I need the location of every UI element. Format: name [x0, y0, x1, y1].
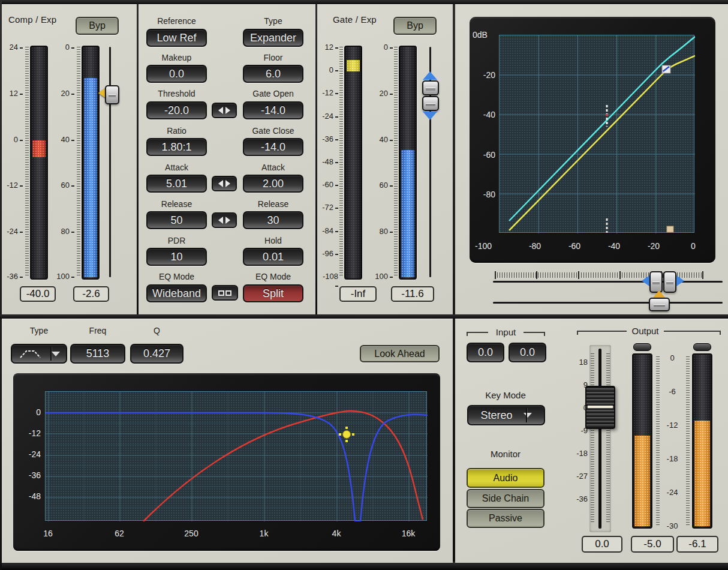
- ruler-major-tick: [702, 271, 703, 279]
- eq-point-ray: [339, 433, 341, 436]
- comp-release-value-button[interactable]: 50: [146, 211, 207, 229]
- transfer-plot[interactable]: [499, 35, 694, 233]
- monitor-passive-button[interactable]: Passive: [467, 509, 545, 528]
- comp-attack-value-button[interactable]: 5.01: [146, 175, 207, 193]
- gate-left-tick: -24: [318, 112, 338, 121]
- transfer-x-tick: -20: [637, 241, 670, 251]
- threshold-link-button[interactable]: [212, 103, 237, 118]
- dropdown-separator: [526, 408, 527, 422]
- threshold-value-button[interactable]: -20.0: [146, 101, 207, 119]
- gate-bypass-button[interactable]: Byp: [393, 17, 437, 35]
- eq-point-ray: [345, 427, 348, 429]
- gate-open-horizontal-handle[interactable]: [649, 271, 663, 293]
- param-label: Hold: [243, 236, 303, 245]
- param-label: Release: [243, 199, 303, 209]
- eq-freq-value-button[interactable]: 5113: [70, 344, 125, 364]
- split-rect-icon: [218, 290, 224, 296]
- transfer-y-tick: -40: [471, 110, 495, 119]
- gate-close-slider-handle[interactable]: [422, 96, 439, 111]
- eq-q-label: Q: [130, 326, 183, 335]
- comp-right-tick: 80: [55, 227, 74, 236]
- c1-plugin-window: Comp / Exp Byp 24 12 0 -12 -24 -36 0 20 …: [0, 0, 728, 570]
- eq-mode-split-button[interactable]: Split: [243, 284, 303, 302]
- output-fader-handle[interactable]: [585, 386, 615, 429]
- output-scale-tick: -12: [662, 421, 682, 430]
- floor-value-button[interactable]: 6.0: [243, 65, 303, 83]
- comp-threshold-slider-handle[interactable]: [105, 85, 119, 104]
- range-left-arrow-icon: [642, 275, 649, 286]
- gate-level-meter: [344, 46, 362, 280]
- gate-close-value-button[interactable]: -14.0: [243, 138, 303, 156]
- meter-right-peak-cap[interactable]: [693, 343, 711, 351]
- param-label: Type: [243, 16, 303, 26]
- output-fader-track[interactable]: [598, 349, 601, 529]
- eq-plot[interactable]: [45, 391, 427, 521]
- eq-point-dot: [342, 430, 351, 439]
- param-label: Reference: [146, 16, 207, 26]
- gate-attack-value-button[interactable]: 2.00: [243, 175, 303, 193]
- release-link-button[interactable]: [212, 212, 237, 228]
- transfer-origin-label: 0dB: [473, 30, 488, 40]
- param-label: Floor: [243, 53, 303, 62]
- makeup-value-button[interactable]: 0.0: [146, 65, 207, 83]
- reference-value-button[interactable]: Low Ref: [146, 29, 207, 47]
- param-label: Attack: [146, 163, 207, 172]
- eq-mode-split-icon-button[interactable]: [212, 285, 238, 301]
- chevron-down-icon: [52, 352, 60, 356]
- transfer-x-tick: 0: [676, 241, 710, 251]
- eq-grid-minor: [46, 392, 428, 521]
- ratio-value-button[interactable]: 1.80:1: [146, 138, 207, 156]
- ruler-major-tick: [578, 271, 579, 279]
- gate-left-meter-readout: -Inf: [339, 286, 377, 302]
- eq-type-dropdown[interactable]: [11, 344, 67, 364]
- gate-right-tick: 40: [373, 135, 393, 144]
- transfer-y-tick: -60: [471, 150, 495, 160]
- input-left-value-button[interactable]: 0.0: [467, 343, 504, 362]
- monitor-audio-button[interactable]: Audio: [467, 468, 545, 488]
- monitor-side-chain-button[interactable]: Side Chain: [467, 489, 545, 508]
- eq-x-tick: 1k: [247, 529, 281, 538]
- attack-link-button[interactable]: [212, 176, 237, 191]
- meter-texture: [31, 47, 47, 278]
- gate-open-value-button[interactable]: -14.0: [243, 101, 303, 119]
- gate-left-tick: -108: [318, 272, 338, 290]
- gate-range-slider-track[interactable]: [493, 281, 723, 283]
- threshold-slider-track[interactable]: [493, 302, 723, 304]
- type-value-button[interactable]: Expander: [243, 29, 303, 47]
- ruler-major-tick: [619, 271, 621, 279]
- eq-q-value-button[interactable]: 0.427: [130, 344, 183, 364]
- output-meter-right-readout: -6.1: [676, 536, 718, 553]
- range-right-arrow-icon: [676, 275, 684, 286]
- gate-right-tick: 20: [373, 89, 393, 98]
- gate-release-value-button[interactable]: 30: [243, 211, 303, 229]
- threshold-marker-center: [606, 114, 608, 116]
- pdr-value-button[interactable]: 10: [146, 248, 207, 266]
- window-bottom-edge: [0, 562, 728, 570]
- gate-close-horizontal-handle[interactable]: [663, 271, 676, 293]
- gate-open-slider-handle[interactable]: [422, 80, 439, 95]
- output-scale-tick: -24: [662, 488, 682, 497]
- param-label: Makeup: [146, 53, 207, 62]
- eq-point-marker[interactable]: [339, 427, 354, 442]
- gate-open-arrow-icon: [423, 71, 437, 80]
- input-right-value-button[interactable]: 0.0: [509, 343, 546, 362]
- gate-left-tick: -96: [318, 249, 338, 258]
- eq-y-tick: -36: [18, 470, 41, 480]
- threshold-horizontal-handle[interactable]: [649, 298, 670, 311]
- comp-bypass-button[interactable]: Byp: [76, 17, 119, 35]
- eq-mode-wideband-button[interactable]: Wideband: [146, 284, 207, 302]
- meter-left-peak-cap[interactable]: [633, 343, 651, 351]
- key-mode-dropdown[interactable]: Stereo: [467, 405, 545, 425]
- comp-left-tick: 0: [3, 135, 23, 144]
- output-meter-left-readout: -5.0: [631, 536, 674, 553]
- link-right-arrow-icon: [225, 217, 230, 224]
- comp-threshold-slider-track[interactable]: [109, 47, 111, 277]
- look-ahead-button[interactable]: Look Ahead: [360, 345, 440, 362]
- gate-left-tick: -36: [318, 134, 338, 143]
- eq-type-label: Type: [11, 326, 67, 335]
- param-label: Threshold: [146, 89, 207, 98]
- hold-value-button[interactable]: 0.01: [243, 248, 303, 266]
- io-section: Input 0.0 0.0 Key Mode Stereo Monitor Au…: [455, 319, 728, 563]
- bottom-square-marker[interactable]: [667, 226, 673, 232]
- ruler-major-tick: [495, 271, 496, 279]
